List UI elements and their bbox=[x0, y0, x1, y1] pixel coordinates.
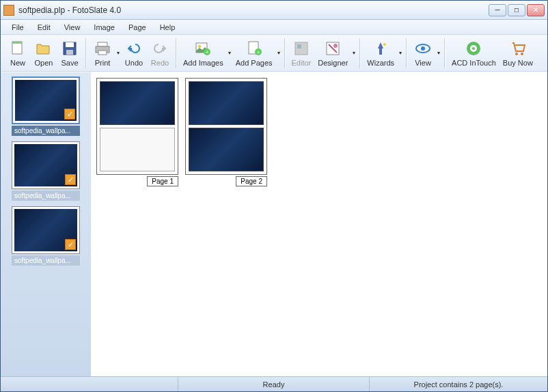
page-slot[interactable] bbox=[100, 128, 175, 171]
thumbnail-item[interactable]: ✓ softpedia_wallpa... bbox=[5, 141, 87, 201]
open-button[interactable]: Open bbox=[31, 37, 57, 70]
svg-rect-16 bbox=[297, 44, 301, 48]
add-images-button[interactable]: + Add Images bbox=[180, 37, 227, 70]
editor-icon bbox=[292, 39, 311, 58]
thumbnail-item[interactable]: ✓ softpedia_wallpa... bbox=[5, 76, 87, 136]
svg-point-25 bbox=[472, 47, 475, 50]
window-controls: ─ □ ✕ bbox=[489, 4, 545, 16]
page-slot[interactable] bbox=[189, 128, 264, 171]
page-item[interactable]: Page 2 bbox=[185, 78, 267, 186]
toolbar: New Open Save Print ▾ Undo Redo + Add Im… bbox=[1, 35, 547, 72]
svg-text:+: + bbox=[206, 49, 209, 55]
new-button[interactable]: New bbox=[5, 37, 31, 70]
statusbar: Ready Project contains 2 page(s). bbox=[1, 376, 547, 391]
svg-point-26 bbox=[515, 53, 518, 55]
wizards-icon bbox=[371, 39, 390, 58]
maximize-button[interactable]: □ bbox=[508, 4, 525, 16]
status-ready: Ready bbox=[178, 377, 370, 391]
svg-point-27 bbox=[521, 53, 523, 55]
page-slot[interactable] bbox=[189, 81, 264, 125]
wizards-button[interactable]: Wizards bbox=[364, 37, 398, 70]
print-icon bbox=[93, 39, 112, 58]
separator bbox=[359, 38, 361, 68]
separator bbox=[444, 38, 446, 68]
view-dropdown[interactable]: ▾ bbox=[436, 37, 441, 70]
svg-rect-3 bbox=[66, 42, 74, 47]
svg-rect-1 bbox=[12, 42, 22, 44]
status-spacer bbox=[1, 377, 178, 391]
designer-dropdown[interactable]: ▾ bbox=[351, 37, 357, 70]
thumbnail-label: softpedia_wallpa... bbox=[12, 255, 80, 266]
add-pages-dropdown[interactable]: ▾ bbox=[276, 37, 282, 70]
status-project: Project contains 2 page(s). bbox=[370, 377, 547, 391]
thumbnail-item[interactable]: ✓ softpedia_wallpa... bbox=[5, 206, 87, 266]
check-icon: ✓ bbox=[65, 174, 76, 185]
thumbnail-label: softpedia_wallpa... bbox=[12, 191, 80, 201]
page-label: Page 1 bbox=[147, 176, 178, 186]
svg-rect-7 bbox=[98, 51, 107, 55]
separator bbox=[85, 38, 87, 68]
menu-edit[interactable]: Edit bbox=[31, 21, 57, 33]
undo-button[interactable]: Undo bbox=[121, 37, 147, 70]
new-icon bbox=[8, 39, 27, 58]
svg-point-22 bbox=[421, 46, 425, 51]
redo-button[interactable]: Redo bbox=[147, 37, 173, 70]
add-images-icon: + bbox=[193, 39, 213, 58]
acd-icon bbox=[464, 39, 483, 58]
svg-point-9 bbox=[198, 45, 201, 48]
menubar: File Edit View Image Page Help bbox=[1, 20, 547, 35]
thumbnail-label: softpedia_wallpa... bbox=[12, 126, 80, 136]
svg-text:+: + bbox=[256, 49, 260, 55]
svg-rect-5 bbox=[98, 42, 107, 46]
svg-rect-19 bbox=[379, 48, 382, 55]
add-pages-button[interactable]: + Add Pages bbox=[232, 37, 276, 70]
menu-help[interactable]: Help bbox=[153, 21, 182, 33]
save-button[interactable]: Save bbox=[57, 37, 83, 70]
separator bbox=[284, 38, 286, 68]
page-label: Page 2 bbox=[236, 176, 267, 186]
canvas[interactable]: Page 1 Page 2 bbox=[91, 72, 547, 376]
close-button[interactable]: ✕ bbox=[527, 4, 545, 16]
page-slot[interactable] bbox=[100, 81, 175, 125]
print-button[interactable]: Print bbox=[90, 37, 115, 70]
undo-icon bbox=[124, 39, 143, 58]
designer-icon bbox=[323, 39, 342, 58]
open-icon bbox=[34, 39, 53, 58]
minimize-button[interactable]: ─ bbox=[489, 4, 506, 16]
add-pages-icon: + bbox=[245, 39, 264, 58]
separator bbox=[176, 38, 177, 68]
designer-button[interactable]: Designer bbox=[314, 37, 351, 70]
check-icon: ✓ bbox=[64, 109, 75, 120]
view-icon bbox=[413, 39, 433, 58]
add-images-dropdown[interactable]: ▾ bbox=[227, 37, 232, 70]
wizards-dropdown[interactable]: ▾ bbox=[398, 37, 403, 70]
sidebar[interactable]: ✓ softpedia_wallpa... ✓ softpedia_wallpa… bbox=[1, 72, 91, 376]
titlebar: softpedia.plp - FotoSlate 4.0 ─ □ ✕ bbox=[1, 1, 547, 20]
save-icon bbox=[60, 39, 79, 58]
svg-point-18 bbox=[333, 44, 338, 48]
workspace: ✓ softpedia_wallpa... ✓ softpedia_wallpa… bbox=[1, 72, 547, 376]
view-button[interactable]: View bbox=[410, 37, 436, 70]
redo-icon bbox=[150, 39, 169, 58]
app-icon bbox=[3, 5, 14, 16]
menu-image[interactable]: Image bbox=[87, 21, 122, 33]
svg-rect-4 bbox=[66, 50, 73, 55]
svg-point-20 bbox=[383, 43, 386, 46]
separator bbox=[406, 38, 407, 68]
buy-now-button[interactable]: Buy Now bbox=[499, 37, 536, 70]
window-title: softpedia.plp - FotoSlate 4.0 bbox=[18, 5, 489, 15]
editor-button[interactable]: Editor bbox=[288, 37, 315, 70]
print-dropdown[interactable]: ▾ bbox=[115, 37, 121, 70]
menu-file[interactable]: File bbox=[5, 21, 31, 33]
menu-view[interactable]: View bbox=[57, 21, 87, 33]
app-window: softpedia.plp - FotoSlate 4.0 ─ □ ✕ File… bbox=[0, 0, 548, 392]
menu-page[interactable]: Page bbox=[122, 21, 153, 33]
page-item[interactable]: Page 1 bbox=[96, 78, 178, 186]
acd-intouch-button[interactable]: ACD InTouch bbox=[448, 37, 499, 70]
check-icon: ✓ bbox=[65, 239, 76, 250]
cart-icon bbox=[508, 39, 528, 58]
